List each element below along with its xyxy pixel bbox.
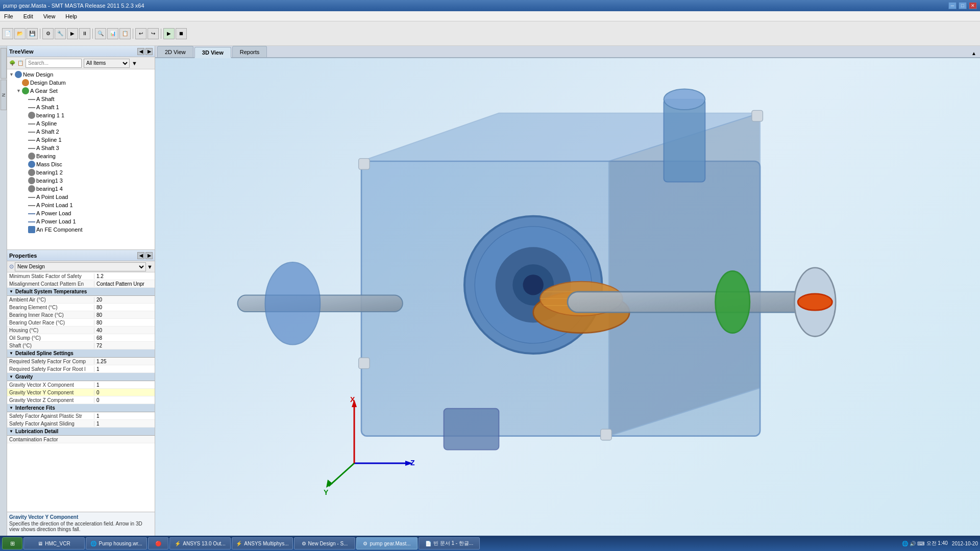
menu-help[interactable]: Help bbox=[63, 12, 79, 20]
prop-value-gravity-y[interactable]: 0 bbox=[94, 390, 155, 395]
svg-point-7 bbox=[523, 274, 543, 295]
prop-value-gravity-x[interactable]: 1 bbox=[94, 382, 155, 388]
tree-label-a-power-load: A Power Load bbox=[36, 210, 71, 216]
prop-name-bearing-inner: Bearing Inner Race (°C) bbox=[7, 312, 94, 318]
toolbar-btn8[interactable]: ↩ bbox=[135, 28, 146, 39]
start-button[interactable]: ⊞ bbox=[2, 537, 22, 549]
menu-edit[interactable]: Edit bbox=[21, 12, 35, 20]
menu-file[interactable]: File bbox=[2, 12, 15, 20]
taskbar-item-6[interactable]: ⚙ pump gear.Mast... bbox=[356, 537, 418, 549]
tree-node-a-shaft2[interactable]: A Shaft 2 bbox=[8, 128, 154, 136]
tab-reports[interactable]: Reports bbox=[232, 46, 267, 57]
toolbar-save[interactable]: 💾 bbox=[27, 28, 38, 39]
tree-node-design-datum[interactable]: Design Datum bbox=[8, 79, 154, 87]
tree-label-a-point-load: A Point Load bbox=[36, 194, 68, 200]
taskbar-item-7[interactable]: 📄 빈 문서 1 - 한글... bbox=[419, 537, 480, 549]
treeview-header-controls[interactable]: ◀ ▶ bbox=[137, 48, 153, 55]
close-button[interactable]: ✕ bbox=[969, 2, 977, 9]
treeview-scroll-right[interactable]: ▶ bbox=[145, 48, 153, 55]
tree-node-a-shaft3[interactable]: A Shaft 3 bbox=[8, 144, 154, 152]
prop-name-safety-root: Required Safety Factor For Root l bbox=[7, 366, 94, 372]
taskbar-item-0[interactable]: 🖥 HMC_VCR bbox=[23, 537, 85, 549]
prop-name-contamination: Contamination Factor bbox=[7, 437, 94, 442]
toolbar-btn7[interactable]: 📋 bbox=[119, 28, 131, 39]
tree-node-bearing1-4[interactable]: bearing1 4 bbox=[8, 185, 154, 193]
search-input[interactable] bbox=[26, 59, 82, 68]
tree-icon-a-shaft3 bbox=[28, 148, 35, 149]
tree-node-a-shaft[interactable]: A Shaft bbox=[8, 95, 154, 103]
prop-value-housing[interactable]: 40 bbox=[94, 328, 155, 333]
tree-node-a-power-load[interactable]: A Power Load bbox=[8, 209, 154, 217]
properties-scroll-left[interactable]: ◀ bbox=[137, 252, 144, 259]
toolbar-btn3[interactable]: ▶ bbox=[67, 28, 78, 39]
tree-node-a-spline[interactable]: A Spline bbox=[8, 119, 154, 128]
tree-node-a-power-load1[interactable]: A Power Load 1 bbox=[8, 217, 154, 226]
prop-value-bearing-outer[interactable]: 80 bbox=[94, 320, 155, 325]
tree-node-bearing1-2[interactable]: bearing1 2 bbox=[8, 168, 154, 177]
title-bar-controls[interactable]: ─ □ ✕ bbox=[948, 2, 977, 9]
prop-value-shaft[interactable]: 72 bbox=[94, 343, 155, 348]
prop-value-gravity-z[interactable]: 0 bbox=[94, 397, 155, 403]
prop-group-interference[interactable]: Interference Fits bbox=[7, 404, 155, 412]
new-design-vertical-tab[interactable]: N bbox=[1, 80, 7, 110]
tab-3d-view[interactable]: 3D View bbox=[194, 47, 231, 58]
toolbar-new[interactable]: 📄 bbox=[2, 28, 13, 39]
prop-group-gravity[interactable]: Gravity bbox=[7, 373, 155, 381]
toolbar-stop[interactable]: ⏹ bbox=[176, 28, 187, 39]
toolbar-btn4[interactable]: ⏸ bbox=[79, 28, 90, 39]
tree-node-new-design[interactable]: ▼ New Design bbox=[8, 70, 154, 79]
tree-node-mass-disc[interactable]: Mass Disc bbox=[8, 160, 154, 168]
toolbar-btn2[interactable]: 🔧 bbox=[55, 28, 66, 39]
svg-text:Z: Z bbox=[410, 459, 415, 467]
tree-node-a-point-load1[interactable]: A Point Load 1 bbox=[8, 201, 154, 209]
tree-node-a-point-load[interactable]: A Point Load bbox=[8, 193, 154, 201]
prop-value-min-static[interactable]: 1.2 bbox=[94, 273, 155, 279]
tree-node-a-spline1[interactable]: A Spline 1 bbox=[8, 136, 154, 144]
tree-node-an-fe-component[interactable]: An FE Component bbox=[8, 226, 154, 234]
tab-expand-button[interactable]: ▲ bbox=[970, 49, 978, 57]
toolbar-btn9[interactable]: ↪ bbox=[148, 28, 159, 39]
sidebar-tab-1[interactable] bbox=[1, 48, 7, 79]
tree-node-bearing1-1[interactable]: bearing 1 1 bbox=[8, 111, 154, 119]
properties-scroll-right[interactable]: ▶ bbox=[145, 252, 153, 259]
taskbar-item-1[interactable]: 🌐 Pump housing.wr... bbox=[86, 537, 147, 549]
toolbar-run[interactable]: ▶ bbox=[163, 28, 175, 39]
toolbar-btn5[interactable]: 🔍 bbox=[95, 28, 106, 39]
tree-node-a-gear-set[interactable]: ▼ A Gear Set bbox=[8, 87, 154, 95]
tree-icon-a-power-load bbox=[28, 213, 35, 214]
taskbar-item-3[interactable]: ⚡ ANSYS 13.0 Out... bbox=[169, 537, 231, 549]
toolbar-open[interactable]: 📂 bbox=[14, 28, 26, 39]
maximize-button[interactable]: □ bbox=[959, 2, 967, 9]
toolbar-btn1[interactable]: ⚙ bbox=[42, 28, 54, 39]
prop-value-safety-comp[interactable]: 1.25 bbox=[94, 359, 155, 364]
treeview-scroll-left[interactable]: ◀ bbox=[137, 48, 144, 55]
tree-expander[interactable]: ▼ bbox=[9, 72, 14, 77]
prop-value-bearing-inner[interactable]: 80 bbox=[94, 312, 155, 318]
prop-group-spline[interactable]: Detailed Spline Settings bbox=[7, 349, 155, 358]
filter-dropdown[interactable]: All Items bbox=[84, 59, 130, 68]
prop-value-misalignment[interactable]: Contact Pattern Unpr bbox=[94, 281, 155, 287]
tab-2d-view[interactable]: 2D View bbox=[157, 46, 193, 57]
taskbar-item-2[interactable]: 🔴 bbox=[148, 537, 168, 549]
tree-expander-ags[interactable]: ▼ bbox=[16, 88, 21, 93]
prop-value-ambient-air[interactable]: 20 bbox=[94, 297, 155, 303]
properties-dropdown[interactable]: New Design bbox=[15, 262, 146, 271]
prop-value-oil-sump[interactable]: 68 bbox=[94, 335, 155, 341]
tree-node-a-shaft1[interactable]: A Shaft 1 bbox=[8, 103, 154, 111]
prop-value-safety-plastic[interactable]: 1 bbox=[94, 413, 155, 419]
tree-icon-bearing bbox=[28, 153, 35, 160]
prop-group-temperatures[interactable]: Default System Temperatures bbox=[7, 288, 155, 296]
prop-value-safety-sliding[interactable]: 1 bbox=[94, 421, 155, 427]
tree-node-bearing1-3[interactable]: bearing1 3 bbox=[8, 177, 154, 185]
prop-value-safety-root[interactable]: 1 bbox=[94, 366, 155, 372]
taskbar-item-4[interactable]: ⚡ ANSYS Multiphys... bbox=[232, 537, 293, 549]
prop-value-bearing-element[interactable]: 80 bbox=[94, 305, 155, 310]
properties-header-controls[interactable]: ◀ ▶ bbox=[137, 252, 153, 259]
viewport-3d[interactable]: Z X Y bbox=[155, 58, 980, 540]
menu-view[interactable]: View bbox=[41, 12, 58, 20]
taskbar-item-5[interactable]: ⚙ New Design - S... bbox=[294, 537, 355, 549]
toolbar-btn6[interactable]: 📊 bbox=[107, 28, 118, 39]
tree-node-bearing[interactable]: Bearing bbox=[8, 152, 154, 160]
prop-group-lubrication[interactable]: Lubrication Detail bbox=[7, 428, 155, 436]
minimize-button[interactable]: ─ bbox=[948, 2, 957, 9]
